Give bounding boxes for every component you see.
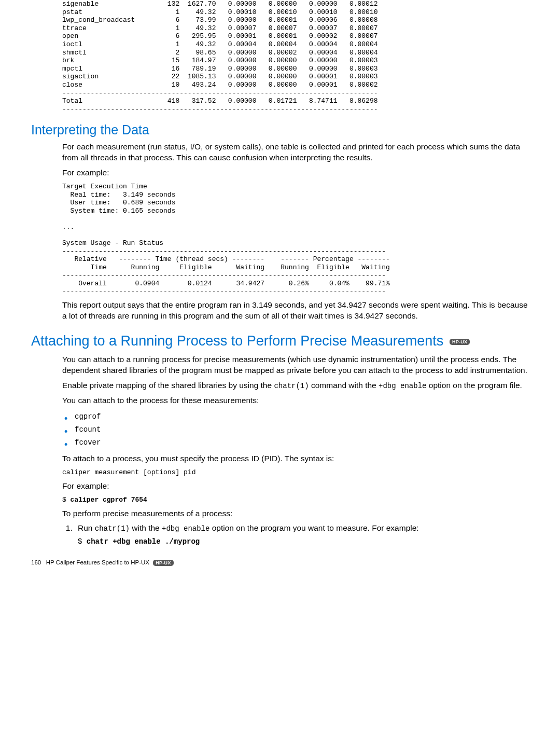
dbg-enable-code: +dbg enable xyxy=(379,382,426,390)
para2-part-c: option on the program file. xyxy=(426,381,522,390)
measurement-list: cgprof fcount fcover xyxy=(62,410,529,450)
list-item: fcount xyxy=(62,423,529,436)
hpux-badge-icon: HP-UX xyxy=(153,560,174,566)
interpreting-para2: This report output says that the entire … xyxy=(62,300,529,322)
page-footer: 160 HP Caliper Features Specific to HP-U… xyxy=(31,559,529,566)
attaching-para2: Enable private mapping of the shared lib… xyxy=(62,380,529,391)
list-item: fcover xyxy=(62,436,529,449)
footer-page-no: 160 xyxy=(31,559,41,565)
attaching-heading: Attaching to a Running Process to Perfor… xyxy=(31,333,529,349)
for-example-label2: For example: xyxy=(62,481,529,492)
attaching-para3: You can attach to the process for these … xyxy=(62,395,529,406)
attaching-para5: To perform precise measurements of a pro… xyxy=(62,508,529,519)
step1-c: option on the program you want to measur… xyxy=(209,523,418,532)
chatr-code: chatr(1) xyxy=(274,382,309,390)
attaching-para1: You can attach to a running process for … xyxy=(62,354,529,376)
step1-cmd-bold: chatr +dbg enable ./myprog xyxy=(87,537,200,546)
step1-b: with the xyxy=(130,523,162,532)
syscall-table: sigenable 132 1627.70 0.00000 0.00000 0.… xyxy=(62,0,529,113)
footer-text: HP Caliper Features Specific to HP-UX xyxy=(46,559,149,565)
list-item: cgprof xyxy=(62,410,529,423)
step1-prompt: $ xyxy=(78,537,87,546)
step1-a: Run xyxy=(78,523,95,532)
step1-code1: chatr(1) xyxy=(95,524,130,533)
step1-code2: +dbg enable xyxy=(162,524,209,533)
interpreting-para1: For each measurement (run status, I/O, o… xyxy=(62,142,529,163)
for-example-label1: For example: xyxy=(62,168,529,178)
step-1: Run chatr(1) with the +dbg enable option… xyxy=(75,523,529,547)
para2-part-a: Enable private mapping of the shared lib… xyxy=(62,381,274,390)
example-command: $ caliper cgprof 7654 xyxy=(62,496,529,504)
run-status-code: Target Execution Time Real time: 3.149 s… xyxy=(62,183,529,296)
attaching-heading-text: Attaching to a Running Process to Perfor… xyxy=(31,333,443,349)
step1-command: $ chatr +dbg enable ./myprog xyxy=(78,537,529,547)
steps-list: Run chatr(1) with the +dbg enable option… xyxy=(62,523,529,547)
para2-part-b: command with the xyxy=(309,381,379,390)
syntax-line: caliper measurement [options] pid xyxy=(62,468,529,477)
attaching-para4: To attach to a process, you must specify… xyxy=(62,453,529,464)
hpux-badge-icon: HP-UX xyxy=(450,339,470,345)
example-cmd-bold: caliper cgprof 7654 xyxy=(71,496,147,504)
interpreting-heading: Interpreting the Data xyxy=(31,122,529,137)
prompt: $ xyxy=(62,496,71,504)
